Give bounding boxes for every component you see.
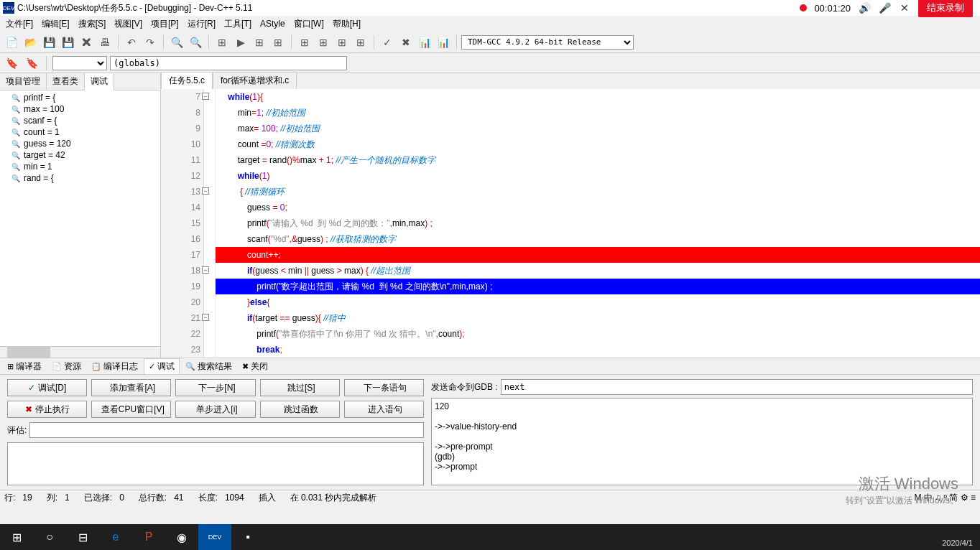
debug-button[interactable]: 下一步[N] — [175, 379, 255, 396]
debug-button[interactable]: 单步进入[i] — [175, 401, 255, 418]
replace-button[interactable]: 🔍 — [187, 34, 204, 51]
profile-button[interactable]: ⊞ — [333, 34, 351, 51]
end-record-button[interactable]: 结束录制 — [918, 0, 973, 17]
watch-variable[interactable]: 🔍scanf = { — [1, 115, 159, 126]
debug-button[interactable]: 进入语句 — [344, 401, 424, 418]
code-editor[interactable]: 7−8910111213−1415161718−192021−2223 whil… — [161, 89, 980, 358]
evaluate-input[interactable] — [29, 422, 424, 438]
menu-item[interactable]: 项目[P] — [148, 17, 182, 32]
chart2-button[interactable]: 📊 — [435, 34, 452, 51]
menu-item[interactable]: 窗口[W] — [291, 17, 327, 32]
task-view-icon[interactable]: ⊟ — [66, 524, 99, 550]
delete-profile-button[interactable]: ⊞ — [352, 34, 369, 51]
watch-variable[interactable]: 🔍rand = { — [1, 172, 159, 184]
bottom-tab[interactable]: 📋编译日志 — [87, 359, 142, 374]
debug-button[interactable]: 下一条语句 — [344, 379, 424, 396]
volume-icon[interactable]: 🔊 — [858, 1, 871, 14]
ime-tray[interactable]: M 中 ♫ º,简 ⚙ ≡ — [915, 492, 976, 504]
menu-item[interactable]: 搜索[S] — [75, 17, 109, 32]
main-area: 项目管理查看类调试 🔍printf = {🔍max = 100🔍scanf = … — [0, 73, 980, 358]
close-button[interactable]: 🗙 — [78, 34, 95, 51]
save-button[interactable]: 💾 — [40, 34, 57, 51]
run-button[interactable]: ▶ — [232, 34, 249, 51]
gdb-command-input[interactable] — [501, 379, 973, 395]
debug-button[interactable]: 添加查看[A] — [91, 379, 171, 396]
sidebar-tab[interactable]: 项目管理 — [0, 73, 47, 90]
rebuild-button[interactable]: ⊞ — [269, 34, 287, 51]
watch-variable[interactable]: 🔍count = 1 — [1, 126, 159, 138]
sidebar-tab[interactable]: 查看类 — [47, 73, 85, 90]
taskbar-date[interactable]: 2020/4/1 — [942, 539, 973, 547]
goto-button[interactable]: 🔖 — [3, 55, 20, 72]
goto2-button[interactable]: 🔖 — [23, 55, 40, 72]
debug-watch-tree[interactable]: 🔍printf = {🔍max = 100🔍scanf = {🔍count = … — [0, 90, 160, 346]
status-length: 长度: 1094 — [198, 492, 244, 504]
chrome-icon[interactable]: ◉ — [165, 524, 198, 550]
code-content[interactable]: while(1){ min=1; //初始范围 max= 100; //初始范围… — [216, 89, 980, 358]
record-time: 00:01:20 — [814, 3, 851, 14]
print-button[interactable]: 🖶 — [96, 34, 114, 51]
compile-button[interactable]: ⊞ — [213, 34, 231, 51]
watch-variable[interactable]: 🔍printf = { — [1, 92, 159, 103]
bottom-tab[interactable]: ⊞编译器 — [3, 359, 46, 374]
debug-button[interactable]: ✓调试[D] — [7, 379, 87, 396]
menu-item[interactable]: 工具[T] — [221, 17, 254, 32]
close-icon[interactable]: ✕ — [898, 1, 911, 14]
scope-select[interactable] — [52, 56, 107, 70]
windows-taskbar[interactable]: ⊞ ○ ⊟ e P ◉ DEV ▪ 2020/4/1 — [0, 524, 980, 550]
debug-button[interactable]: 跳过[S] — [260, 379, 340, 396]
menu-item[interactable]: 文件[F] — [3, 17, 36, 32]
chart-button[interactable]: 📊 — [416, 34, 433, 51]
undo-button[interactable]: ↶ — [123, 34, 140, 51]
menu-item[interactable]: 视图[V] — [111, 17, 145, 32]
gdb-output[interactable]: 120 ->->value-history-end ->->pre-prompt… — [431, 398, 973, 485]
watch-variable[interactable]: 🔍max = 100 — [1, 103, 159, 115]
bottom-tab[interactable]: ✓调试 — [144, 358, 180, 375]
bottom-tab[interactable]: 🔍搜索结果 — [181, 359, 236, 374]
find-button[interactable]: 🔍 — [168, 34, 185, 51]
watch-variable[interactable]: 🔍min = 1 — [1, 161, 159, 172]
edge-icon[interactable]: e — [99, 524, 132, 550]
mic-icon[interactable]: 🎤 — [878, 1, 891, 14]
menu-item[interactable]: 帮助[H] — [330, 17, 364, 32]
compile-run-button[interactable]: ⊞ — [251, 34, 268, 51]
sidebar-tab[interactable]: 调试 — [85, 73, 114, 90]
watch-variable[interactable]: 🔍target = 42 — [1, 149, 159, 161]
status-total-lines: 总行数: 41 — [139, 492, 184, 504]
compiler-select[interactable]: TDM-GCC 4.9.2 64-bit Release — [461, 35, 634, 50]
debug-toggle-button[interactable]: ✓ — [379, 34, 396, 51]
debug-button[interactable]: 查看CPU窗口[V] — [91, 401, 171, 418]
watch-variable[interactable]: 🔍guess = 120 — [1, 138, 159, 149]
bottom-tab[interactable]: 📄资源 — [47, 359, 85, 374]
evaluate-output[interactable] — [7, 442, 424, 485]
bottom-tab[interactable]: ✖关闭 — [238, 359, 272, 374]
open-button[interactable]: 📂 — [22, 34, 39, 51]
debug-controls: ✓调试[D]添加查看[A]下一步[N]跳过[S]下一条语句 ✖停止执行查看CPU… — [7, 379, 424, 485]
evaluate-label: 评估: — [7, 424, 27, 437]
start-button[interactable]: ⊞ — [0, 524, 33, 550]
cortana-icon[interactable]: ○ — [33, 524, 66, 550]
app-icon[interactable]: ▪ — [231, 524, 264, 550]
debug-stop-button[interactable]: ✖ — [397, 34, 415, 51]
class-toolbar: 🔖 🔖 — [0, 53, 980, 73]
editor-tab[interactable]: 任务5.5.c — [161, 72, 213, 89]
menu-item[interactable]: AStyle — [257, 17, 288, 30]
editor-tab[interactable]: for循环递增求和.c — [213, 72, 297, 89]
globals-input[interactable] — [110, 56, 347, 70]
debug-button[interactable]: ✖停止执行 — [7, 401, 87, 418]
devcpp-taskbar-icon[interactable]: DEV — [198, 524, 231, 550]
menu-item[interactable]: 运行[R] — [185, 17, 218, 32]
debug-button[interactable]: 跳过函数 — [260, 401, 340, 418]
stop-button[interactable]: ⊞ — [315, 34, 332, 51]
gdb-command-row: 发送命令到GDB : — [431, 379, 973, 395]
sidebar-scrollbar[interactable] — [0, 346, 160, 358]
separator — [46, 56, 47, 70]
redo-button[interactable]: ↷ — [142, 34, 159, 51]
separator — [163, 35, 164, 50]
menu-item[interactable]: 编辑[E] — [39, 17, 73, 32]
new-file-button[interactable]: 📄 — [3, 34, 20, 51]
debug-button[interactable]: ⊞ — [296, 34, 313, 51]
save-all-button[interactable]: 💾 — [59, 34, 76, 51]
powerpoint-icon[interactable]: P — [132, 524, 165, 550]
separator — [374, 35, 374, 50]
